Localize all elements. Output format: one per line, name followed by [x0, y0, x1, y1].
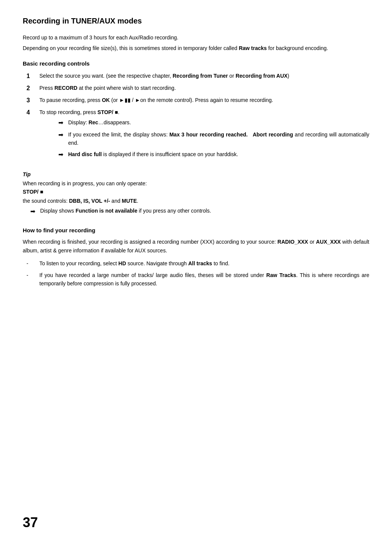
- tip-title: Tip: [23, 171, 369, 178]
- step-4-arrow-1-text: Display: Rec…disappears.: [68, 118, 369, 127]
- tip-arrow-1: ➡ Display shows Function is not availabl…: [30, 207, 369, 216]
- find-section: How to find your recording When recordin…: [23, 226, 369, 288]
- step-2: 2 Press RECORD at the point where wish t…: [27, 84, 369, 93]
- find-dash-2: -: [27, 271, 37, 288]
- step-4-arrow-2-text: If you exceed the limit, the display sho…: [68, 130, 369, 147]
- arrow-icon-1: ➡: [58, 118, 66, 127]
- tip-arrows: ➡ Display shows Function is not availabl…: [30, 207, 369, 216]
- find-item-1: - To listen to your recording, select HD…: [27, 259, 369, 268]
- step-1: 1 Select the source you want. (see the r…: [27, 72, 369, 81]
- stop-label: STOP/ ■: [23, 188, 369, 196]
- find-item-1-text: To listen to your recording, select HD s…: [39, 259, 369, 268]
- tip-intro: When recording is in progress, you can o…: [23, 179, 369, 188]
- step-3: 3 To pause recording, press OK (or ►▮▮ /…: [27, 96, 369, 105]
- step-4: 4 To stop recording, press STOP/ ■. ➡ Di…: [27, 108, 369, 162]
- find-item-2: - If you have recorded a large number of…: [27, 271, 369, 288]
- arrow-icon-2: ➡: [58, 130, 66, 147]
- arrow-icon-3: ➡: [58, 150, 66, 159]
- step-2-number: 2: [27, 84, 37, 93]
- page-number: 37: [23, 512, 38, 533]
- intro-line-2: Depending on your recording file size(s)…: [23, 44, 369, 52]
- intro-line-1: Record up to a maximum of 3 hours for ea…: [23, 33, 369, 42]
- find-item-2-text: If you have recorded a large number of t…: [39, 271, 369, 288]
- tip-sound-line: the sound controls: DBB, IS, VOL +/- and…: [23, 197, 369, 205]
- step-1-number: 1: [27, 72, 37, 81]
- step-4-arrow-2: ➡ If you exceed the limit, the display s…: [58, 130, 369, 147]
- step-4-content: To stop recording, press STOP/ ■. ➡ Disp…: [39, 108, 369, 162]
- step-4-arrow-3: ➡ Hard disc full is displayed if there i…: [58, 150, 369, 159]
- tip-section: Tip When recording is in progress, you c…: [23, 171, 369, 216]
- tip-arrow-1-text: Display shows Function is not available …: [40, 207, 211, 216]
- step-4-arrows: ➡ Display: Rec…disappears. ➡ If you exce…: [58, 118, 369, 160]
- basic-section-title: Basic recording controls: [23, 59, 369, 68]
- find-title: How to find your recording: [23, 226, 369, 235]
- step-3-number: 3: [27, 96, 37, 105]
- step-3-content: To pause recording, press OK (or ►▮▮ / ►…: [39, 96, 369, 105]
- step-2-content: Press RECORD at the point where wish to …: [39, 84, 369, 93]
- step-4-arrow-3-text: Hard disc full is displayed if there is …: [68, 150, 369, 159]
- step-1-content: Select the source you want. (see the res…: [39, 72, 369, 81]
- page-title: Recording in TUNER/AUX modes: [23, 15, 369, 27]
- steps-list: 1 Select the source you want. (see the r…: [27, 72, 369, 162]
- tip-arrow-icon-1: ➡: [30, 207, 38, 216]
- step-4-arrow-1: ➡ Display: Rec…disappears.: [58, 118, 369, 127]
- find-body: When recording is finished, your recordi…: [23, 238, 369, 255]
- step-4-number: 4: [27, 108, 37, 162]
- find-list: - To listen to your recording, select HD…: [27, 259, 369, 288]
- find-dash-1: -: [27, 259, 37, 268]
